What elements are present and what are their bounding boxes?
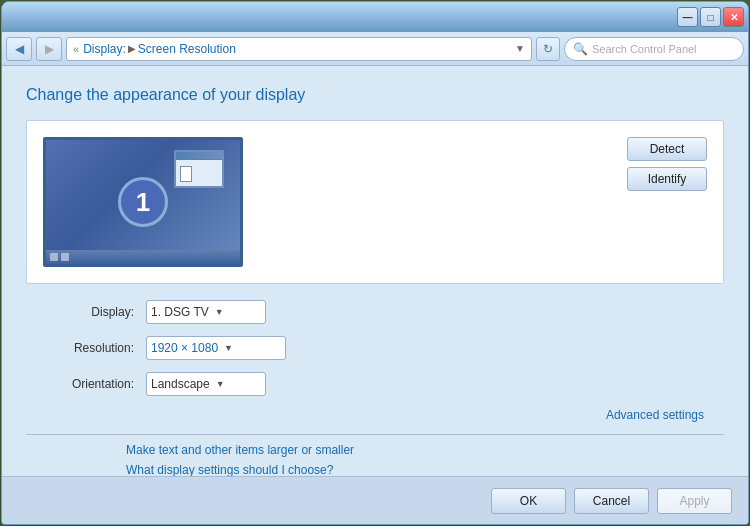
breadcrumb-arrow: ▶ — [128, 43, 136, 54]
forward-button[interactable]: ▶ — [36, 37, 62, 61]
address-root-icon: « — [73, 43, 79, 55]
taskbar-icon-1 — [50, 253, 58, 261]
orientation-row: Orientation: Landscape ▼ — [26, 372, 724, 396]
address-field[interactable]: « Display: ▶ Screen Resolution ▼ — [66, 37, 532, 61]
maximize-button[interactable]: □ — [700, 7, 721, 27]
advanced-settings-link[interactable]: Advanced settings — [606, 408, 704, 422]
display-control[interactable]: 1. DSG TV ▼ — [146, 300, 266, 324]
breadcrumb-screen-resolution: Screen Resolution — [138, 42, 236, 56]
page-title: Change the appearance of your display — [26, 86, 724, 104]
footer: OK Cancel Apply — [2, 476, 748, 524]
display-settings-link[interactable]: What display settings should I choose? — [126, 463, 724, 476]
display-dropdown-arrow: ▼ — [215, 307, 224, 317]
minimize-button[interactable]: — — [677, 7, 698, 27]
mini-window — [174, 150, 224, 188]
title-bar: — □ ✕ — [2, 2, 748, 32]
advanced-link-row: Advanced settings — [26, 408, 724, 422]
address-dropdown-arrow[interactable]: ▼ — [515, 43, 525, 54]
resolution-row: Resolution: 1920 × 1080 ▼ — [26, 336, 724, 360]
title-bar-controls: — □ ✕ — [677, 7, 744, 27]
back-button[interactable]: ◀ — [6, 37, 32, 61]
detect-identify-area: Detect Identify — [627, 137, 707, 191]
identify-button[interactable]: Identify — [627, 167, 707, 191]
resolution-label: Resolution: — [26, 341, 146, 355]
orientation-control[interactable]: Landscape ▼ — [146, 372, 266, 396]
text-size-link[interactable]: Make text and other items larger or smal… — [126, 443, 724, 457]
display-row: Display: 1. DSG TV ▼ — [26, 300, 724, 324]
resolution-dropdown[interactable]: 1920 × 1080 ▼ — [146, 336, 286, 360]
window: — □ ✕ ◀ ▶ « Display: ▶ Screen Resolution… — [1, 1, 749, 525]
ok-button[interactable]: OK — [491, 488, 566, 514]
mini-window-icon — [180, 166, 192, 182]
breadcrumb: Display: ▶ Screen Resolution — [83, 42, 236, 56]
search-box[interactable]: 🔍 Search Control Panel — [564, 37, 744, 61]
divider — [26, 434, 724, 435]
cancel-button[interactable]: Cancel — [574, 488, 649, 514]
orientation-value: Landscape — [151, 377, 210, 391]
more-links: Make text and other items larger or smal… — [26, 443, 724, 476]
orientation-dropdown[interactable]: Landscape ▼ — [146, 372, 266, 396]
display-label: Display: — [26, 305, 146, 319]
settings-grid: Display: 1. DSG TV ▼ Resolution: 1920 × … — [26, 300, 724, 396]
display-area: 1 Detect Identify — [26, 120, 724, 284]
resolution-value: 1920 × 1080 — [151, 341, 218, 355]
breadcrumb-display: Display: — [83, 42, 126, 56]
taskbar-icon-2 — [61, 253, 69, 261]
display-dropdown[interactable]: 1. DSG TV ▼ — [146, 300, 266, 324]
taskbar-mini — [46, 250, 240, 264]
main-content: Change the appearance of your display 1 … — [2, 66, 748, 476]
close-button[interactable]: ✕ — [723, 7, 744, 27]
search-icon: 🔍 — [573, 42, 588, 56]
mini-window-bar — [176, 152, 222, 160]
orientation-dropdown-arrow: ▼ — [216, 379, 225, 389]
address-bar: ◀ ▶ « Display: ▶ Screen Resolution ▼ ↻ 🔍… — [2, 32, 748, 66]
monitor-number: 1 — [118, 177, 168, 227]
orientation-label: Orientation: — [26, 377, 146, 391]
resolution-dropdown-arrow: ▼ — [224, 343, 233, 353]
search-placeholder: Search Control Panel — [592, 43, 697, 55]
display-value: 1. DSG TV — [151, 305, 209, 319]
apply-button[interactable]: Apply — [657, 488, 732, 514]
monitor-preview: 1 — [43, 137, 243, 267]
resolution-control[interactable]: 1920 × 1080 ▼ — [146, 336, 286, 360]
refresh-button[interactable]: ↻ — [536, 37, 560, 61]
detect-button[interactable]: Detect — [627, 137, 707, 161]
